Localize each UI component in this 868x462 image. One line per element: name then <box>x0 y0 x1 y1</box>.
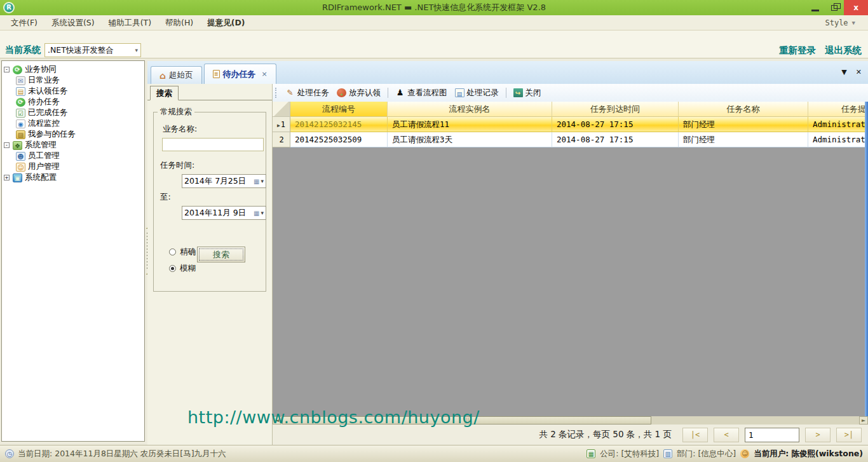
scroll-right-icon[interactable]: ► <box>859 416 868 425</box>
tree-node[interactable]: - 系统管理 <box>2 140 144 151</box>
last-page-button[interactable]: >| <box>836 428 862 442</box>
toolbar-button-label: 处理任务 <box>297 88 329 99</box>
tree-expander-icon[interactable]: - <box>4 67 10 72</box>
business-name-input[interactable] <box>162 138 264 151</box>
rdiframework-window: { "window": { "title": "RDIFramework.NET… <box>0 0 868 462</box>
menu-item[interactable]: 系统设置(S) <box>44 15 102 30</box>
tree-node[interactable]: - 业务协同 <box>2 64 144 75</box>
tree-node[interactable]: 待办任务 <box>2 97 144 107</box>
system-combo[interactable]: .NET快速开发整合 ▾ <box>44 43 141 57</box>
select-all-cell[interactable] <box>273 102 290 117</box>
tree-node[interactable]: 我参与的任务 <box>2 129 144 140</box>
toolbar-button[interactable]: 关闭 <box>510 86 545 100</box>
menu-item[interactable]: 提意见(D) <box>200 15 252 30</box>
menu-item[interactable]: 帮助(H) <box>158 15 200 30</box>
tree-node-label: 业务协同 <box>25 64 57 75</box>
row-number-cell[interactable]: 2 <box>273 132 290 147</box>
table-row[interactable]: 1 20142125032145员工请假流程112014-08-27 17:15… <box>273 117 868 132</box>
minimize-button[interactable] <box>806 0 825 15</box>
tab-todo-tasks[interactable]: ≡ 待办任务 × <box>204 64 276 84</box>
tree-node[interactable]: 已完成任务 <box>2 107 144 118</box>
search-button[interactable]: 搜索 <box>197 247 245 262</box>
grid-cell[interactable]: 部门经理 <box>679 117 808 132</box>
tree-node[interactable]: 日常业务 <box>2 75 144 86</box>
tree-node[interactable]: 流程监控 <box>2 118 144 129</box>
toolbar-button[interactable]: 放弃认领 <box>333 86 384 100</box>
calendar-icon: ▦ <box>254 178 259 185</box>
first-page-button[interactable]: |< <box>682 428 708 442</box>
tab-region: ⌂ 超始页 ≡ 待办任务 × ▼ ✕ 搜索 常规搜索 业务名称: 任务时间: 2… <box>147 61 868 445</box>
tab-close-all-icon[interactable]: ✕ <box>856 69 862 76</box>
menu-item[interactable]: 文件(F) <box>4 15 44 30</box>
tree-node-icon <box>16 130 25 139</box>
grid-cell[interactable]: 2014-08-27 17:15 <box>552 117 679 132</box>
tree-node[interactable]: 用户管理 <box>2 161 144 172</box>
tree-node-label: 我参与的任务 <box>28 129 76 140</box>
company-text: 公司: [艾特科技] <box>600 449 659 459</box>
menu-bar: 文件(F)系统设置(S)辅助工具(T)帮助(H)提意见(D) Style ▼ <box>0 15 868 31</box>
prev-page-button[interactable]: < <box>714 428 739 442</box>
grid-cell[interactable]: Administrator <box>808 117 868 132</box>
tab-start-page[interactable]: ⌂ 超始页 <box>151 66 202 84</box>
toolbar-button[interactable]: 处理记录 <box>451 86 503 100</box>
home-icon: ⌂ <box>159 71 166 81</box>
tab-search[interactable]: 搜索 <box>150 86 179 100</box>
vertical-scrollbar[interactable] <box>865 102 868 416</box>
radio-fuzzy[interactable]: 模糊 <box>169 263 261 274</box>
restore-button[interactable] <box>825 0 844 15</box>
date-to-picker[interactable]: 2014年11月 9日 ▦ ▾ <box>182 206 266 220</box>
title-bar: R RDIFramework.NET ▬ .NET快速信息化系统开发框架 V2.… <box>0 0 868 15</box>
toolbar-button[interactable]: 查看流程图 <box>391 86 451 100</box>
grid-cell[interactable]: 员工请假流程3天 <box>388 132 552 147</box>
column-header[interactable]: 任务名称 <box>679 102 808 117</box>
table-row[interactable]: 2 20142525032509员工请假流程3天2014-08-27 17:15… <box>273 132 868 147</box>
tree-node[interactable]: 员工管理 <box>2 151 144 161</box>
tree-node-label: 员工管理 <box>28 151 60 161</box>
grid-cell[interactable]: 部门经理 <box>679 132 808 147</box>
row-number-cell[interactable]: 1 <box>273 117 290 132</box>
toolbar-button-label: 放弃认领 <box>349 88 381 99</box>
window-title: RDIFramework.NET ▬ .NET快速信息化系统开发框架 V2.8 <box>0 0 868 15</box>
scroll-left-icon[interactable]: ◄ <box>273 416 281 425</box>
column-header[interactable]: 流程编号 <box>290 102 388 117</box>
company-icon <box>587 449 595 458</box>
scrollbar-thumb[interactable] <box>282 416 651 425</box>
tree-node-label: 系统配置 <box>25 172 57 183</box>
tree-node[interactable]: + 系统配置 <box>2 172 144 183</box>
tree-node[interactable]: 未认领任务 <box>2 86 144 97</box>
relogin-link[interactable]: 重新登录 <box>779 44 816 57</box>
tab-strip: ⌂ 超始页 ≡ 待办任务 × ▼ ✕ <box>147 61 868 84</box>
toolbar-button[interactable] <box>388 88 388 98</box>
column-header[interactable]: 任务到达时间 <box>552 102 679 117</box>
toolbar-grip <box>275 88 278 98</box>
page-number-input[interactable] <box>745 428 799 442</box>
column-header[interactable]: 任务提交人 <box>808 102 868 117</box>
grid-cell[interactable]: 2014-08-27 17:15 <box>552 132 679 147</box>
grid-cell[interactable]: 20142125032145 <box>290 117 388 132</box>
horizontal-scrollbar[interactable]: ◄ ► <box>273 416 868 425</box>
toolbar-button[interactable]: 处理任务 <box>281 86 333 100</box>
to-label: 至: <box>160 192 261 203</box>
logout-link[interactable]: 退出系统 <box>825 44 862 57</box>
tree-node-icon <box>16 119 25 128</box>
tree-expander-icon[interactable]: - <box>4 142 10 148</box>
grid-cell[interactable]: Administrator <box>808 132 868 147</box>
toolbar-button[interactable] <box>506 88 506 98</box>
tab-close-icon[interactable]: × <box>262 70 268 78</box>
next-page-button[interactable]: > <box>805 428 831 442</box>
toolbar-button-icon <box>513 88 523 97</box>
tree-expander-icon[interactable]: + <box>4 175 10 180</box>
close-button[interactable]: x <box>844 0 868 15</box>
calendar-icon: ▦ <box>254 210 259 217</box>
tab-list-dropdown-icon[interactable]: ▼ <box>841 69 846 76</box>
tree-node-icon <box>16 87 25 96</box>
grid-cell[interactable]: 20142525032509 <box>290 132 388 147</box>
grid-cell[interactable]: 员工请假流程11 <box>388 117 552 132</box>
style-selector[interactable]: Style ▼ <box>825 18 864 27</box>
date-from-picker[interactable]: 2014年 7月25日 ▦ ▾ <box>182 174 266 188</box>
column-header[interactable]: 流程实例名 <box>388 102 552 117</box>
user-icon <box>740 449 749 458</box>
radio-fuzzy-label: 模糊 <box>180 263 196 274</box>
chevron-down-icon: ▾ <box>135 47 138 53</box>
menu-item[interactable]: 辅助工具(T) <box>102 15 158 30</box>
